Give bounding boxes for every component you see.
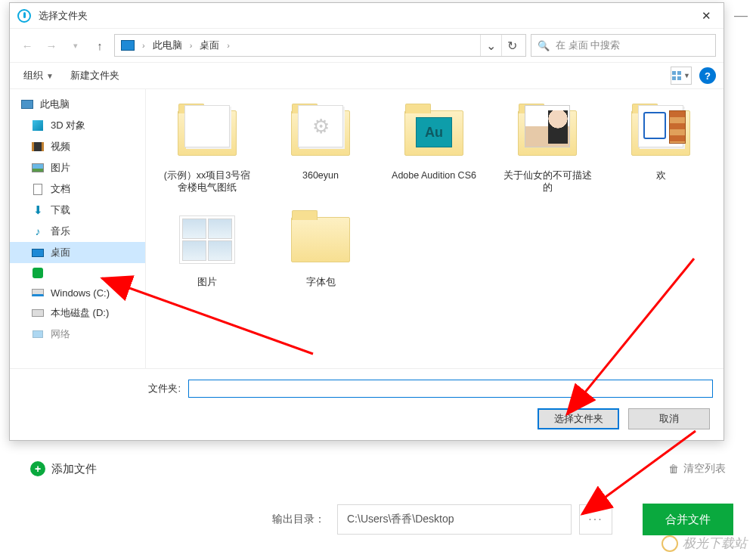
add-file-label: 添加文件 <box>51 462 97 476</box>
cube-icon <box>31 119 45 132</box>
folder-item[interactable]: 图片 <box>163 208 252 288</box>
folder-picker-dialog: 选择文件夹 ✕ ← → ▾ ↑ › 此电脑 › 桌面 › ⌄ ↻ 🔍 在 桌面 … <box>9 2 724 441</box>
iqiyi-icon <box>31 267 45 279</box>
search-input[interactable]: 🔍 在 桌面 中搜索 <box>531 34 716 57</box>
select-folder-button[interactable]: 选择文件夹 <box>538 408 619 429</box>
document-icon <box>31 183 45 195</box>
folder-icon: ⚙ <box>287 101 354 165</box>
folder-item[interactable]: 关于仙女的不可描述的 <box>503 101 592 194</box>
watermark: 极光下载站 <box>662 535 747 552</box>
clear-list-button[interactable]: 🗑 清空列表 <box>668 462 726 476</box>
output-path-field[interactable]: C:\Users\香香\Desktop <box>337 504 572 535</box>
tree-item-drive-c[interactable]: Windows (C:) <box>10 283 145 302</box>
new-folder-button[interactable]: 新建文件夹 <box>64 66 125 85</box>
tree-root-pc[interactable]: 此电脑 <box>10 94 145 115</box>
dialog-footer: 文件夹: 选择文件夹 取消 <box>10 368 723 440</box>
chevron-down-icon: ▼ <box>683 72 690 79</box>
pc-icon <box>20 98 34 110</box>
output-browse-button[interactable]: ··· <box>579 504 612 535</box>
plus-icon: + <box>30 461 45 476</box>
nav-tree: 此电脑 3D 对象 视频 图片 文档 ⬇下载 ♪音乐 桌面 Windows (C… <box>10 89 146 368</box>
download-icon: ⬇ <box>31 204 45 216</box>
tree-item-3d[interactable]: 3D 对象 <box>10 115 145 136</box>
folder-name-input[interactable] <box>188 380 713 398</box>
refresh-button[interactable]: ↻ <box>501 35 522 56</box>
chevron-icon: › <box>188 41 194 50</box>
folder-icon <box>627 101 694 165</box>
breadcrumb-root[interactable]: 此电脑 <box>150 37 185 54</box>
folder-icon <box>174 101 240 165</box>
nav-forward: → <box>42 36 61 55</box>
folder-icon: Au <box>401 101 467 165</box>
nav-row: ← → ▾ ↑ › 此电脑 › 桌面 › ⌄ ↻ 🔍 在 桌面 中搜索 <box>10 29 723 62</box>
drive-icon <box>31 307 45 319</box>
picture-icon <box>31 162 45 174</box>
dialog-title: 选择文件夹 <box>39 9 693 23</box>
folder-icon <box>174 208 240 271</box>
search-icon: 🔍 <box>538 40 550 51</box>
address-dropdown[interactable]: ⌄ <box>480 35 501 56</box>
tree-item-drive-d[interactable]: 本地磁盘 (D:) <box>10 302 145 324</box>
app-icon <box>17 9 31 23</box>
help-button[interactable]: ? <box>699 67 716 84</box>
titlebar: 选择文件夹 ✕ <box>10 3 723 29</box>
breadcrumb-current[interactable]: 桌面 <box>197 37 222 54</box>
tree-item-iqiyi[interactable] <box>10 263 145 283</box>
watermark-text: 极光下载站 <box>683 535 747 552</box>
music-icon: ♪ <box>31 225 45 237</box>
grid-icon <box>672 71 681 80</box>
chevron-icon: › <box>141 41 147 50</box>
folder-item[interactable]: 字体包 <box>276 208 365 288</box>
search-placeholder: 在 桌面 中搜索 <box>556 39 620 52</box>
close-button[interactable]: ✕ <box>693 5 719 26</box>
nav-recent-dropdown[interactable]: ▾ <box>66 36 85 55</box>
output-dir-label: 输出目录： <box>272 513 325 526</box>
nav-back[interactable]: ← <box>17 36 37 55</box>
folder-grid: (示例）xx项目3号宿舍楼电气图纸 ⚙ 360eyun Au Adobe Aud… <box>146 89 723 368</box>
tree-item-desktop[interactable]: 桌面 <box>10 242 145 263</box>
add-file-button[interactable]: + 添加文件 <box>30 461 97 476</box>
folder-item[interactable]: (示例）xx项目3号宿舍楼电气图纸 <box>163 101 252 194</box>
tree-item-music[interactable]: ♪音乐 <box>10 221 145 242</box>
chevron-icon: › <box>225 41 231 50</box>
desktop-icon <box>31 246 45 259</box>
folder-item[interactable]: 欢 <box>616 101 705 194</box>
address-bar[interactable]: › 此电脑 › 桌面 › ⌄ ↻ <box>114 34 526 57</box>
trash-icon: 🗑 <box>668 463 679 475</box>
watermark-icon <box>662 535 678 552</box>
folder-icon <box>514 101 581 165</box>
clear-list-label: 清空列表 <box>683 462 726 476</box>
toolbar: 组织 ▼ 新建文件夹 ▼ ? <box>10 62 723 89</box>
folder-field-label: 文件夹: <box>20 382 181 395</box>
tree-item-documents[interactable]: 文档 <box>10 178 145 200</box>
tree-item-network[interactable]: 网络 <box>10 324 145 345</box>
folder-item[interactable]: ⚙ 360eyun <box>276 101 365 194</box>
view-mode-button[interactable]: ▼ <box>671 67 692 85</box>
video-icon <box>31 141 45 153</box>
tree-item-downloads[interactable]: ⬇下载 <box>10 200 145 221</box>
chevron-down-icon: ▼ <box>46 72 54 80</box>
network-icon <box>31 328 45 340</box>
tree-item-video[interactable]: 视频 <box>10 136 145 157</box>
organize-button[interactable]: 组织 ▼ <box>17 66 60 85</box>
folder-icon <box>287 208 354 271</box>
folder-item[interactable]: Au Adobe Audition CS6 <box>389 101 479 194</box>
drive-icon <box>31 287 45 299</box>
app-minimize[interactable]: — <box>726 0 756 30</box>
pc-icon <box>121 40 135 51</box>
tree-item-pictures[interactable]: 图片 <box>10 157 145 178</box>
cancel-button[interactable]: 取消 <box>628 408 710 429</box>
merge-button[interactable]: 合并文件 <box>643 504 733 535</box>
nav-up[interactable]: ↑ <box>90 36 110 55</box>
